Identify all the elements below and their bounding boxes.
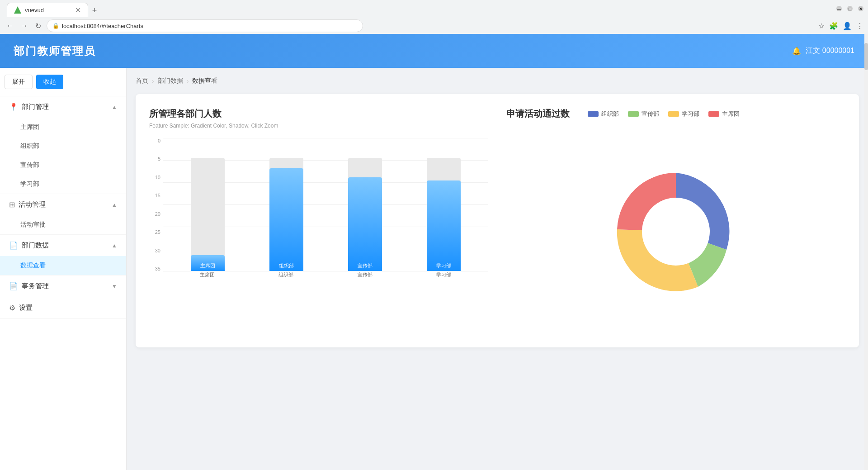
expand-button[interactable]: 展开 [5,75,33,89]
donut-chart-wrapper [506,129,845,334]
menu-group-affairs-mgmt: 📄 事务管理 ▼ [0,275,126,297]
sidebar-item-xuanchuanbu[interactable]: 宣传部 [0,156,126,175]
new-tab-button[interactable]: + [88,5,101,17]
tab-close-button[interactable]: ✕ [75,6,81,14]
lock-icon: 🔒 [52,23,59,29]
donut-chart-title: 申请活动通过数 [506,108,570,120]
app-title: 部门教师管理员 [14,44,96,58]
bar-chart-area: 35 30 25 20 15 10 5 0 [149,138,488,283]
bar-group-zuzhiou[interactable]: 组织部 [251,138,321,271]
close-button[interactable]: ✕ [858,6,863,11]
bar-bg-zhuxituan: 主席团 [191,158,225,271]
browser-tab[interactable]: vuevud ✕ [7,3,88,17]
legend-label-xuexi: 学习部 [682,110,699,118]
menu-group-activity-mgmt: ⊞ 活动管理 ▲ 活动审批 [0,194,126,235]
dept-mgmt-header[interactable]: 📍 部门管理 ▲ [0,96,126,118]
bar-fill-xuanchuan: 宣传部 [348,177,382,271]
browser-titlebar: vuevud ✕ + — □ ✕ [0,0,868,17]
refresh-button[interactable]: ↻ [33,20,43,32]
legend-item-zuzhiou: 组织部 [588,110,619,118]
browser-icons: ☆ 🧩 👤 ⋮ [818,22,863,30]
y-label-15: 15 [149,193,160,198]
forward-button[interactable]: → [19,20,30,32]
affairs-mgmt-arrow: ▼ [112,283,117,290]
legend-item-zhuxituan: 主席团 [708,110,740,118]
affairs-doc-icon: 📄 [9,282,18,290]
collapse-button[interactable]: 收起 [36,75,63,89]
sidebar-item-data-view[interactable]: 数据查看 [0,256,126,275]
account-icon[interactable]: 👤 [843,22,852,30]
legend-dot-zuzhiou [588,111,599,117]
sidebar-item-zhuxituan[interactable]: 主席团 [0,118,126,137]
y-label-20: 20 [149,211,160,217]
affairs-mgmt-header[interactable]: 📄 事务管理 ▼ [0,275,126,297]
location-icon: 📍 [9,103,18,111]
bookmark-icon[interactable]: ☆ [818,22,825,30]
y-label-35: 35 [149,266,160,271]
y-axis: 35 30 25 20 15 10 5 0 [149,138,163,283]
scrollbar[interactable] [864,34,868,470]
bar-group-xuanchuan[interactable]: 宣传部 [330,138,401,271]
donut-chart-section: 申请活动通过数 组织部 宣传部 [506,108,845,334]
y-label-10: 10 [149,175,160,180]
legend-label-xuanchuan: 宣传部 [642,110,659,118]
breadcrumb-dept-data[interactable]: 部门数据 [158,77,183,85]
bar-group-zhuxituan[interactable]: 主席团 [172,138,243,271]
x-label-1: 主席团 [172,271,243,283]
tab-title: vuevud [25,7,44,14]
sidebar-controls: 展开 收起 [0,68,126,96]
donut-legend: 组织部 宣传部 学习部 [588,110,740,118]
activity-mgmt-label: 活动管理 [19,200,46,209]
y-label-0: 0 [149,138,160,143]
menu-icon[interactable]: ⋮ [856,22,863,30]
tab-favicon [14,6,21,14]
user-name: 江文 00000001 [806,46,854,56]
bar-group-xuexi[interactable]: 学习部 [409,138,479,271]
extension-icon[interactable]: 🧩 [829,22,838,30]
bar-chart-section: 所管理各部门人数 Feature Sample: Gradient Color,… [149,108,488,334]
browser-tabs: vuevud ✕ + [5,0,103,17]
sidebar-item-xuexi[interactable]: 学习部 [0,175,126,194]
breadcrumb-data-view[interactable]: 数据查看 [192,77,217,85]
sidebar: 展开 收起 📍 部门管理 ▲ 主席团 组织部 宣传部 学习部 ⊞ 活动管理 [0,68,127,470]
address-bar[interactable]: 🔒 localhost:8084/#/teacherCharts [47,19,363,32]
legend-dot-xuanchuan [628,111,639,117]
legend-item-xuanchuan: 宣传部 [628,110,659,118]
maximize-button[interactable]: □ [847,6,853,11]
y-label-25: 25 [149,229,160,235]
bar-fill-zhuxituan: 主席团 [191,255,225,271]
x-axis-labels: 主席团 组织部 宣传部 学习部 [163,271,488,283]
sidebar-item-zuzhiou[interactable]: 组织部 [0,137,126,156]
bar-bg-xuexi: 学习部 [427,158,461,271]
header-right: 🔔 江文 00000001 [792,46,854,56]
grid-icon: ⊞ [9,200,15,209]
menu-group-settings: ⚙ 设置 [0,297,126,319]
menu-group-dept-mgmt: 📍 部门管理 ▲ 主席团 组织部 宣传部 学习部 [0,96,126,194]
legend-label-zhuxituan: 主席团 [722,110,740,118]
breadcrumb-sep-2: › [187,77,189,85]
sidebar-item-activity-review[interactable]: 活动审批 [0,215,126,234]
y-label-5: 5 [149,156,160,161]
back-button[interactable]: ← [5,20,15,32]
charts-container: 所管理各部门人数 Feature Sample: Gradient Color,… [136,94,859,347]
bars-row: 主席团 组织部 [163,138,488,271]
menu-group-dept-data: 📄 部门数据 ▲ 数据查看 [0,235,126,275]
dept-data-label: 部门数据 [22,241,49,250]
app-body: 展开 收起 📍 部门管理 ▲ 主席团 组织部 宣传部 学习部 ⊞ 活动管理 [0,68,868,470]
dept-mgmt-arrow: ▲ [112,104,117,110]
app-header: 部门教师管理员 🔔 江文 00000001 [0,34,868,68]
donut-svg [608,164,744,299]
breadcrumb-home[interactable]: 首页 [136,77,148,85]
activity-mgmt-header[interactable]: ⊞ 活动管理 ▲ [0,194,126,215]
bar-chart-subtitle: Feature Sample: Gradient Color, Shadow, … [149,123,488,129]
bar-chart-title: 所管理各部门人数 [149,108,488,120]
doc-icon: 📄 [9,241,18,250]
legend-dot-zhuxituan [708,111,719,117]
browser-chrome: vuevud ✕ + — □ ✕ ← → ↻ 🔒 localhost:8084/… [0,0,868,34]
bar-fill-zuzhiou: 组织部 [269,168,303,271]
legend-dot-xuexi [668,111,679,117]
settings-header[interactable]: ⚙ 设置 [0,297,126,318]
minimize-button[interactable]: — [836,6,842,11]
scrollbar-thumb[interactable] [864,43,868,70]
dept-data-header[interactable]: 📄 部门数据 ▲ [0,235,126,256]
